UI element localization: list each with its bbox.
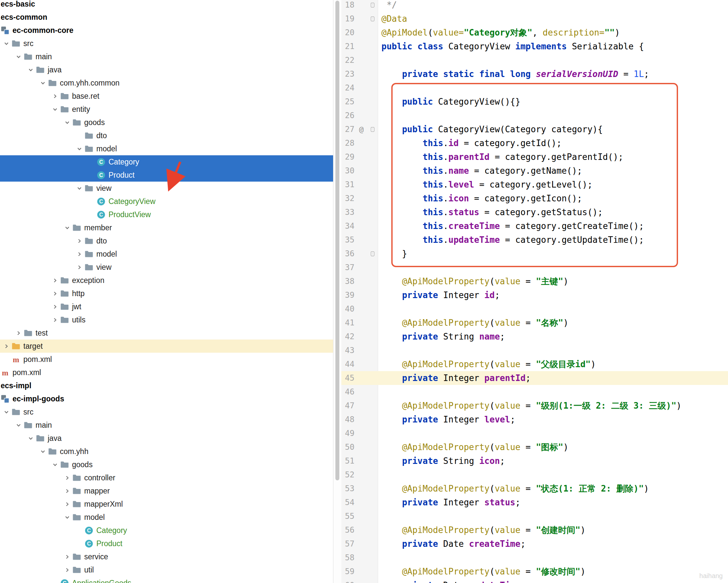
code-line-45[interactable]: 45 private Integer parentId; [341, 371, 728, 385]
chevron-down-icon[interactable] [62, 221, 72, 234]
tree-item-ecs-impl[interactable]: ecs-impl [0, 379, 333, 392]
code-text[interactable]: this.createTime = category.getCreateTime… [378, 221, 728, 231]
code-text[interactable]: this.parentId = category.getParentId(); [378, 152, 728, 162]
code-text[interactable]: this.status = category.getStatus(); [378, 207, 728, 217]
code-text[interactable]: @ApiModelProperty(value = "父级目录id") [378, 359, 728, 370]
fold-marker-icon[interactable] [366, 16, 378, 22]
chevron-right-icon[interactable] [14, 326, 24, 339]
tree-item-model[interactable]: model [0, 247, 333, 260]
code-line-54[interactable]: 54 private Integer status; [341, 496, 728, 509]
tree-item-test[interactable]: test [0, 326, 333, 339]
chevron-right-icon[interactable] [62, 550, 72, 563]
tree-item-target[interactable]: target [0, 339, 333, 353]
code-line-18[interactable]: 18 */ [341, 0, 728, 12]
chevron-right-icon[interactable] [50, 90, 60, 103]
chevron-down-icon[interactable] [62, 116, 72, 129]
code-text[interactable]: this.id = category.getId(); [378, 138, 728, 148]
tree-item-main[interactable]: main [0, 50, 333, 63]
code-line-22[interactable]: 22 [341, 53, 728, 67]
code-line-39[interactable]: 39 private Integer id; [341, 288, 728, 302]
code-text[interactable]: private Integer parentId; [378, 373, 728, 383]
chevron-down-icon[interactable] [74, 142, 84, 155]
tree-item-util[interactable]: util [0, 563, 333, 577]
chevron-right-icon[interactable] [62, 484, 72, 498]
code-text[interactable]: @ApiModel(value="Category对象", descriptio… [378, 27, 728, 39]
tree-item-jwt[interactable]: jwt [0, 300, 333, 313]
chevron-right-icon[interactable] [1, 339, 11, 353]
tree-item-utils[interactable]: utils [0, 313, 333, 326]
code-line-48[interactable]: 48 private Integer level; [341, 412, 728, 426]
tree-scrollbar-thumb[interactable] [335, 1, 339, 480]
tree-item-model[interactable]: model [0, 142, 333, 155]
chevron-right-icon[interactable] [50, 313, 60, 326]
code-line-28[interactable]: 28 this.id = category.getId(); [341, 136, 728, 150]
code-text[interactable]: @ApiModelProperty(value = "名称") [378, 317, 728, 329]
chevron-down-icon[interactable] [1, 405, 11, 419]
chevron-down-icon[interactable] [14, 419, 24, 432]
tree-item-java[interactable]: java [0, 432, 333, 445]
code-text[interactable]: private Date createTime; [378, 539, 728, 549]
code-line-34[interactable]: 34 this.createTime = category.getCreateT… [341, 219, 728, 233]
code-line-32[interactable]: 32 this.icon = category.getIcon(); [341, 192, 728, 205]
tree-item-member[interactable]: member [0, 221, 333, 234]
chevron-down-icon[interactable] [26, 432, 36, 445]
chevron-down-icon[interactable] [1, 37, 11, 50]
code-line-21[interactable]: 21public class CategoryView implements S… [341, 40, 728, 53]
code-line-29[interactable]: 29 this.parentId = category.getParentId(… [341, 150, 728, 164]
code-line-52[interactable]: 52 [341, 468, 728, 482]
chevron-down-icon[interactable] [26, 63, 36, 76]
tree-scrollbar[interactable] [334, 0, 341, 583]
code-text[interactable]: private Date updateTime; [378, 580, 728, 583]
chevron-right-icon[interactable] [50, 300, 60, 313]
code-line-26[interactable]: 26 [341, 108, 728, 122]
chevron-down-icon[interactable] [62, 511, 72, 524]
code-text[interactable]: public CategoryView(){} [378, 97, 728, 107]
code-line-40[interactable]: 40 [341, 302, 728, 316]
tree-item-category[interactable]: CCategory [0, 524, 333, 537]
tree-item-src[interactable]: src [0, 37, 333, 50]
tree-item-dto[interactable]: dto [0, 234, 333, 247]
code-line-30[interactable]: 30 this.name = category.getName(); [341, 164, 728, 178]
tree-item-base-ret[interactable]: base.ret [0, 90, 333, 103]
code-line-58[interactable]: 58 [341, 551, 728, 564]
tree-item-applicationgoods[interactable]: CApplicationGoods [0, 577, 333, 583]
chevron-down-icon[interactable] [38, 76, 48, 90]
code-line-24[interactable]: 24 [341, 81, 728, 95]
tree-item-main[interactable]: main [0, 419, 333, 432]
code-text[interactable]: public class CategoryView implements Ser… [378, 42, 728, 51]
code-line-38[interactable]: 38 @ApiModelProperty(value = "主键") [341, 274, 728, 288]
chevron-right-icon[interactable] [62, 471, 72, 484]
tree-item-src[interactable]: src [0, 405, 333, 419]
code-text[interactable]: @ApiModelProperty(value = "创建时间") [378, 525, 728, 536]
tree-item-category[interactable]: CCategory [0, 155, 333, 169]
code-line-57[interactable]: 57 private Date createTime; [341, 537, 728, 551]
chevron-right-icon[interactable] [62, 498, 72, 511]
code-text[interactable]: private Integer id; [378, 290, 728, 300]
code-line-27[interactable]: 27@ public CategoryView(Category categor… [341, 122, 728, 136]
tree-item-product[interactable]: CProduct [0, 537, 333, 550]
code-text[interactable]: private static final long serialVersionU… [378, 69, 728, 79]
tree-item-dto[interactable]: dto [0, 129, 333, 142]
tree-item-http[interactable]: http [0, 287, 333, 300]
code-text[interactable]: @ApiModelProperty(value = "图标") [378, 441, 728, 453]
code-text[interactable]: */ [378, 0, 728, 10]
tree-item-goods[interactable]: goods [0, 116, 333, 129]
tree-item-com-yhh[interactable]: com.yhh [0, 445, 333, 458]
tree-item-goods[interactable]: goods [0, 458, 333, 471]
chevron-right-icon[interactable] [50, 274, 60, 287]
code-line-59[interactable]: 59 @ApiModelProperty(value = "修改时间") [341, 564, 728, 578]
tree-item-product[interactable]: CProduct [0, 169, 333, 182]
code-editor-panel[interactable]: 18 */19@Data20@ApiModel(value="Category对… [341, 0, 728, 583]
code-line-60[interactable]: 60 private Date updateTime; [341, 578, 728, 583]
code-line-23[interactable]: 23 private static final long serialVersi… [341, 67, 728, 81]
code-line-35[interactable]: 35 this.updateTime = category.getUpdateT… [341, 233, 728, 247]
code-text[interactable]: @ApiModelProperty(value = "级别(1:一级 2: 二级… [378, 400, 728, 412]
tree-item-ec-impl-goods[interactable]: ec-impl-goods [0, 392, 333, 405]
code-text[interactable]: @Data [378, 14, 728, 24]
code-line-41[interactable]: 41 @ApiModelProperty(value = "名称") [341, 316, 728, 330]
tree-item-com-yhh-common[interactable]: com.yhh.common [0, 76, 333, 90]
code-text[interactable]: private Integer status; [378, 498, 728, 507]
code-line-20[interactable]: 20@ApiModel(value="Category对象", descript… [341, 26, 728, 40]
code-text[interactable]: @ApiModelProperty(value = "修改时间") [378, 566, 728, 577]
fold-marker-icon[interactable] [366, 251, 378, 257]
